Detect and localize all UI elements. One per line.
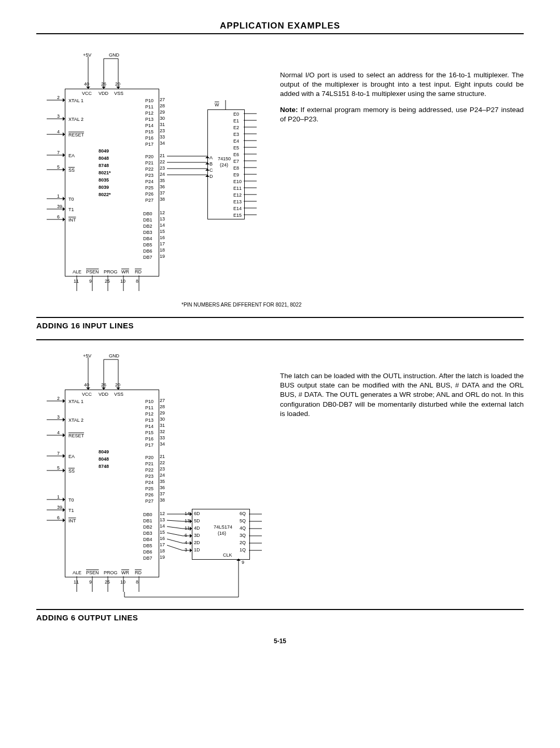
svg-marker-41 (205, 175, 209, 177)
svg-marker-109 (190, 548, 192, 552)
schematic-wires (36, 50, 264, 301)
svg-line-103 (167, 539, 183, 543)
footnote-pin-numbers: *PIN NUMBERS ARE DIFFERENT FOR 8021, 802… (181, 302, 524, 308)
page-title: APPLICATION EXAMPLES (36, 21, 524, 34)
para-latch: The latch can be loaded with the OUTL in… (280, 371, 524, 419)
heading-6-outputs: ADDING 6 OUTPUT LINES (36, 613, 524, 622)
schematic-16-inputs: +5VGND402620VCCVDDVSS2XTAL 13XTAL 24RESE… (36, 50, 259, 299)
divider (36, 339, 524, 340)
svg-line-99 (167, 533, 183, 536)
heading-16-inputs: ADDING 16 INPUT LINES (36, 321, 524, 330)
svg-line-107 (167, 545, 183, 550)
svg-marker-114 (236, 559, 241, 561)
svg-marker-97 (190, 527, 192, 531)
section-16-inputs: +5VGND402620VCCVDDVSS2XTAL 13XTAL 24RESE… (36, 50, 524, 340)
svg-marker-32 (205, 156, 209, 158)
svg-marker-35 (205, 162, 209, 164)
svg-marker-101 (190, 534, 192, 538)
svg-marker-105 (190, 541, 192, 545)
note-body: If external program memory is being addr… (280, 106, 524, 123)
schematic-6-outputs: +5VGND402620VCCVDDVSS2XTAL 13XTAL 24RESE… (36, 351, 259, 600)
divider (36, 317, 524, 318)
note-mux: Note: If external program memory is bein… (280, 105, 524, 124)
svg-marker-89 (190, 512, 192, 516)
divider (36, 609, 524, 610)
note-label: Note: (280, 106, 298, 114)
svg-marker-38 (205, 169, 209, 171)
description-16-inputs: Normal I/O port is used to select an add… (280, 50, 524, 130)
svg-line-95 (167, 527, 183, 529)
page-number: 5-15 (36, 638, 524, 645)
section-6-outputs: +5VGND402620VCCVDDVSS2XTAL 13XTAL 24RESE… (36, 351, 524, 622)
description-6-outputs: The latch can be loaded with the OUTL in… (280, 351, 524, 425)
svg-marker-93 (190, 519, 192, 523)
para-mux: Normal I/O port is used to select an add… (280, 71, 524, 99)
svg-line-91 (167, 520, 183, 521)
schematic-wires (36, 351, 275, 607)
